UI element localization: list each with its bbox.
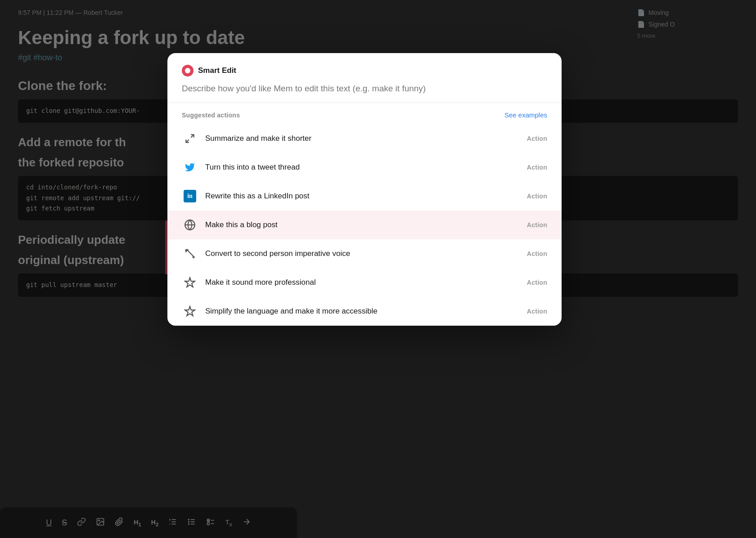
action-text-simplify: Simplify the language and make it more a… xyxy=(205,307,520,316)
action-item-imperative[interactable]: Convert to second person imperative voic… xyxy=(167,239,562,268)
action-text-blog: Make this a blog post xyxy=(205,220,520,229)
linkedin-icon: in xyxy=(182,188,198,204)
action-text-professional: Make it sound more professional xyxy=(205,278,520,287)
action-item-tweet[interactable]: Turn this into a tweet thread Action xyxy=(167,153,562,182)
wand-icon xyxy=(182,246,198,262)
action-item-professional[interactable]: Make it sound more professional Action xyxy=(167,268,562,297)
action-badge-tweet: Action xyxy=(527,164,547,171)
compress-icon xyxy=(182,130,198,147)
modal-input-area[interactable] xyxy=(167,76,562,103)
action-badge-linkedin: Action xyxy=(527,193,547,200)
action-item-summarize[interactable]: Summarize and make it shorter Action xyxy=(167,124,562,153)
suggested-header: Suggested actions See examples xyxy=(167,103,562,124)
action-text-linkedin: Rewrite this as a LinkedIn post xyxy=(205,192,520,201)
action-badge-imperative: Action xyxy=(527,250,547,257)
modal-title: Smart Edit xyxy=(198,66,236,75)
smart-edit-modal: Smart Edit Suggested actions See example… xyxy=(167,53,562,326)
globe-icon xyxy=(182,217,198,233)
svg-line-23 xyxy=(188,249,189,250)
twitter-icon xyxy=(182,159,198,175)
mem-logo-inner xyxy=(185,68,190,73)
modal-header: Smart Edit xyxy=(167,53,562,76)
action-item-linkedin[interactable]: in Rewrite this as a LinkedIn post Actio… xyxy=(167,182,562,211)
action-text-summarize: Summarize and make it shorter xyxy=(205,134,520,143)
action-item-simplify[interactable]: Simplify the language and make it more a… xyxy=(167,297,562,326)
action-badge-summarize: Action xyxy=(527,135,547,142)
action-badge-simplify: Action xyxy=(527,308,547,315)
action-text-tweet: Turn this into a tweet thread xyxy=(205,163,520,172)
see-examples-link[interactable]: See examples xyxy=(504,111,547,119)
action-text-imperative: Convert to second person imperative voic… xyxy=(205,249,520,258)
suggested-label: Suggested actions xyxy=(182,112,240,119)
action-badge-blog: Action xyxy=(527,221,547,229)
smart-edit-input[interactable] xyxy=(182,84,547,94)
modal-body: Suggested actions See examples Summarize… xyxy=(167,103,562,326)
action-item-blog[interactable]: Make this a blog post Action xyxy=(167,211,562,239)
action-badge-professional: Action xyxy=(527,279,547,286)
svg-line-22 xyxy=(185,251,186,252)
professional-icon xyxy=(182,274,198,291)
simplify-icon xyxy=(182,303,198,319)
mem-logo xyxy=(182,65,194,76)
